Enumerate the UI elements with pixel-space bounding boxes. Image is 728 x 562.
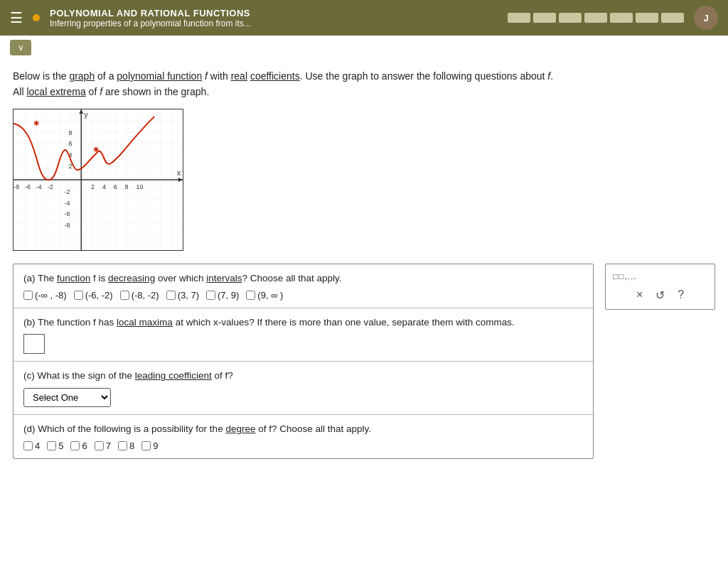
- link-polynomial-function[interactable]: polynomial function: [117, 70, 202, 82]
- helper-refresh-button[interactable]: ↺: [655, 288, 665, 302]
- intro-line2: All local extrema of f are shown in the …: [13, 86, 209, 97]
- intro-before-graph: Below is the: [13, 70, 69, 82]
- link-local-extrema[interactable]: local extrema: [26, 86, 85, 97]
- qa-after: ? Choose all that apply.: [242, 273, 341, 283]
- svg-text:-6: -6: [25, 183, 31, 190]
- qd-option-6[interactable]: 6: [70, 441, 87, 451]
- qc-before: What is the sign of the: [38, 370, 135, 381]
- link-degree[interactable]: degree: [225, 423, 255, 434]
- qa-checkbox-6[interactable]: [246, 291, 255, 300]
- svg-text:y: y: [84, 110, 88, 119]
- svg-text:2: 2: [68, 163, 72, 170]
- qb-label: (b): [23, 317, 36, 328]
- qa-checkbox-5[interactable]: [206, 291, 215, 300]
- graph-svg: x y -8 -6 -4 -2 2 4 6 8 10 8 6 4 2 -2 -4…: [14, 109, 183, 250]
- helper-question-button[interactable]: ?: [678, 288, 684, 301]
- header-title: POLYNOMIAL AND RATIONAL FUNCTIONS: [50, 8, 498, 18]
- svg-text:-4: -4: [64, 199, 70, 206]
- svg-text:6: 6: [114, 183, 117, 190]
- link-leading-coefficient[interactable]: leading coefficient: [135, 370, 212, 381]
- status-dot: [33, 14, 40, 21]
- menu-icon[interactable]: ☰: [10, 9, 23, 26]
- header-subtitle: Inferring properties of a polynomial fun…: [50, 18, 498, 28]
- qd-checkbox-4[interactable]: [23, 441, 33, 450]
- question-b-text: (b) The function f has local maxima at w…: [23, 315, 583, 330]
- svg-text:-8: -8: [14, 183, 19, 190]
- avatar[interactable]: J: [694, 6, 718, 30]
- intro-end: .: [550, 70, 553, 82]
- intro-paragraph: Below is the graph of a polynomial funct…: [13, 68, 715, 100]
- expand-button[interactable]: ∨: [10, 40, 31, 55]
- qd-checkbox-5[interactable]: [47, 441, 56, 450]
- helper-close-button[interactable]: ×: [636, 288, 643, 301]
- qa-option-1[interactable]: (-∞ , -8): [23, 290, 67, 301]
- graph-container: x y -8 -6 -4 -2 2 4 6 8 10 8 6 4 2 -2 -4…: [13, 109, 183, 251]
- svg-text:8: 8: [68, 129, 72, 136]
- progress-segment: [508, 13, 530, 23]
- qa-option-3[interactable]: (-8, -2): [120, 290, 159, 301]
- qd-checkbox-9[interactable]: [141, 441, 151, 450]
- qd-checkbox-6[interactable]: [70, 441, 80, 450]
- svg-text:✱: ✱: [33, 119, 39, 127]
- svg-text:-2: -2: [48, 183, 53, 190]
- svg-text:-8: -8: [64, 222, 70, 229]
- intro-mid1: of a: [95, 70, 117, 82]
- qd-before: Which of the following is a possibility …: [38, 423, 225, 434]
- qa-option-5[interactable]: (7, 9): [206, 290, 239, 301]
- helper-box: □□,... × ↺ ?: [605, 264, 715, 310]
- qd-option-7[interactable]: 7: [95, 441, 111, 451]
- qa-option-4[interactable]: (3, 7): [166, 290, 199, 301]
- intro-line1: Below is the graph of a polynomial funct…: [13, 70, 553, 82]
- qd-option-4[interactable]: 4: [23, 441, 40, 451]
- qa-before: The: [38, 273, 57, 283]
- svg-text:-4: -4: [36, 183, 42, 190]
- svg-text:8: 8: [125, 183, 129, 190]
- qa-mid1: f is: [90, 273, 108, 283]
- question-c-block: (c) What is the sign of the leading coef…: [14, 362, 593, 414]
- qb-text-input[interactable]: [23, 334, 45, 354]
- qd-option-9[interactable]: 9: [141, 441, 158, 451]
- question-d-text: (d) Which of the following is a possibil…: [23, 422, 583, 436]
- header-text: POLYNOMIAL AND RATIONAL FUNCTIONS Inferr…: [50, 8, 498, 28]
- progress-segment: [661, 13, 684, 23]
- link-real[interactable]: real: [231, 70, 247, 82]
- qa-option-6[interactable]: (9, ∞ ): [246, 290, 283, 301]
- link-local-maxima[interactable]: local maxima: [117, 317, 173, 328]
- qc-select[interactable]: Select One Positive Negative: [23, 388, 111, 407]
- intro-after: . Use the graph to answer the following …: [300, 70, 548, 82]
- svg-text:6: 6: [68, 140, 72, 147]
- link-graph[interactable]: graph: [69, 70, 95, 82]
- helper-label: □□,...: [613, 271, 637, 281]
- link-decreasing[interactable]: decreasing: [108, 273, 155, 283]
- qd-after: of f? Choose all that apply.: [255, 423, 371, 434]
- svg-text:✱: ✱: [93, 146, 99, 153]
- qb-input-area: [23, 334, 583, 354]
- intro-line2-after: are shown in the graph.: [102, 86, 209, 97]
- qa-label: (a): [23, 273, 36, 283]
- question-d-block: (d) Which of the following is a possibil…: [14, 415, 593, 458]
- qd-checkbox-7[interactable]: [95, 441, 104, 450]
- link-coefficients[interactable]: coefficients: [250, 70, 300, 82]
- question-b-block: (b) The function f has local maxima at w…: [14, 308, 593, 362]
- progress-segment: [533, 13, 556, 23]
- svg-text:10: 10: [136, 183, 143, 190]
- qd-checkbox-8[interactable]: [118, 441, 127, 450]
- qa-checkbox-3[interactable]: [120, 291, 129, 300]
- intro-mid3: with: [208, 70, 231, 82]
- questions-panel: (a) The function f is decreasing over wh…: [13, 264, 594, 459]
- question-a-text: (a) The function f is decreasing over wh…: [23, 271, 583, 286]
- svg-text:4: 4: [102, 183, 106, 190]
- qa-checkbox-4[interactable]: [166, 291, 176, 300]
- progress-bar: [508, 13, 684, 23]
- link-intervals[interactable]: intervals: [206, 273, 242, 283]
- question-c-text: (c) What is the sign of the leading coef…: [23, 369, 583, 383]
- qa-checkbox-2[interactable]: [74, 291, 83, 300]
- qd-option-5[interactable]: 5: [47, 441, 63, 451]
- qd-label: (d): [23, 423, 36, 434]
- svg-text:x: x: [177, 168, 181, 177]
- helper-actions: × ↺ ?: [636, 288, 684, 302]
- qd-option-8[interactable]: 8: [118, 441, 134, 451]
- qa-checkbox-1[interactable]: [23, 291, 33, 300]
- qa-option-2[interactable]: (-6, -2): [74, 290, 113, 301]
- link-function[interactable]: function: [57, 273, 90, 283]
